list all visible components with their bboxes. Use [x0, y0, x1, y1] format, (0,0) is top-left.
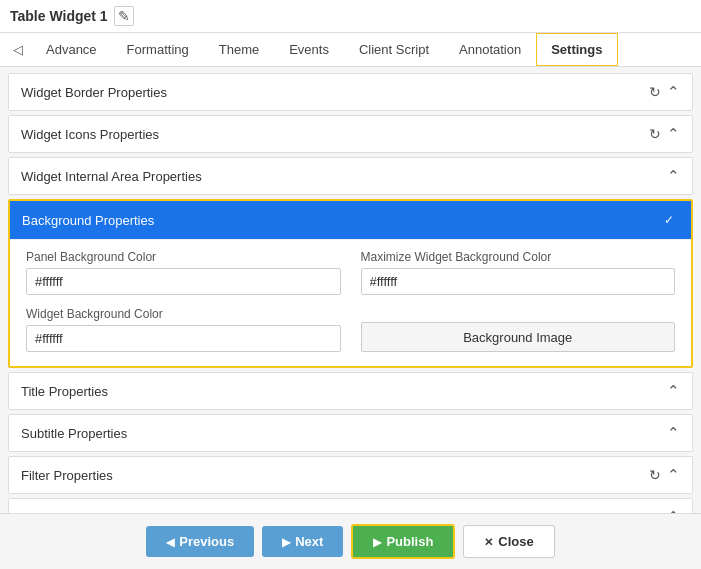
title-bar: Table Widget 1 ✎	[0, 0, 701, 33]
section-dashboard-preview: Dashboard Preview Options	[8, 498, 693, 513]
arrow-right-icon	[282, 534, 290, 549]
close-label: Close	[498, 534, 533, 549]
section-widget-icons: Widget Icons Properties ↻	[8, 115, 693, 153]
tab-back-arrow[interactable]: ◁	[5, 34, 31, 65]
chevron-up-icon-filter-props[interactable]	[667, 466, 680, 484]
section-title-props: Title Properties	[8, 372, 693, 410]
max-widget-bg-label: Maximize Widget Background Color	[361, 250, 676, 264]
next-label: Next	[295, 534, 323, 549]
tab-formatting[interactable]: Formatting	[112, 33, 204, 66]
bg-row-2: Widget Background Color Background Image	[26, 307, 675, 352]
content-area: Widget Border Properties ↻ Widget Icons …	[0, 67, 701, 513]
close-button[interactable]: Close	[463, 525, 554, 558]
section-header-background[interactable]: Background Properties ✓	[10, 201, 691, 239]
bg-row-1: Panel Background Color Maximize Widget B…	[26, 250, 675, 295]
section-icons-title-props	[667, 382, 680, 400]
refresh-icon-filter-props[interactable]: ↻	[649, 467, 661, 483]
footer: Previous Next Publish Close	[0, 513, 701, 569]
section-title-widget-icons: Widget Icons Properties	[21, 127, 159, 142]
section-header-title-props[interactable]: Title Properties	[9, 373, 692, 409]
tab-settings[interactable]: Settings	[536, 33, 617, 66]
tab-advance[interactable]: Advance	[31, 33, 112, 66]
section-background: Background Properties ✓ Panel Background…	[8, 199, 693, 368]
section-title-subtitle-props: Subtitle Properties	[21, 426, 127, 441]
section-title-widget-internal: Widget Internal Area Properties	[21, 169, 202, 184]
play-icon	[373, 534, 381, 549]
tab-events[interactable]: Events	[274, 33, 344, 66]
arrow-left-icon	[166, 534, 174, 549]
main-window: Table Widget 1 ✎ ◁ Advance Formatting Th…	[0, 0, 701, 569]
chevron-up-icon-widget-internal[interactable]	[667, 167, 680, 185]
next-button[interactable]: Next	[262, 526, 343, 557]
window-title: Table Widget 1	[10, 8, 108, 24]
section-header-widget-icons[interactable]: Widget Icons Properties ↻	[9, 116, 692, 152]
tab-bar: ◁ Advance Formatting Theme Events Client…	[0, 33, 701, 67]
publish-button[interactable]: Publish	[351, 524, 455, 559]
widget-bg-input[interactable]	[26, 325, 341, 352]
section-icons-background: ✓	[659, 210, 679, 230]
widget-bg-group: Widget Background Color	[26, 307, 341, 352]
section-header-filter-props[interactable]: Filter Properties ↻	[9, 457, 692, 493]
section-title-widget-border: Widget Border Properties	[21, 85, 167, 100]
chevron-up-icon-widget-border[interactable]	[667, 83, 680, 101]
section-title-title-props: Title Properties	[21, 384, 108, 399]
section-icons-widget-icons: ↻	[649, 125, 680, 143]
section-header-widget-internal[interactable]: Widget Internal Area Properties	[9, 158, 692, 194]
edit-icon[interactable]: ✎	[114, 6, 134, 26]
section-icons-subtitle-props	[667, 424, 680, 442]
widget-bg-label: Widget Background Color	[26, 307, 341, 321]
section-widget-internal: Widget Internal Area Properties	[8, 157, 693, 195]
panel-bg-group: Panel Background Color	[26, 250, 341, 295]
chevron-up-icon-widget-icons[interactable]	[667, 125, 680, 143]
previous-button[interactable]: Previous	[146, 526, 254, 557]
section-subtitle-props: Subtitle Properties	[8, 414, 693, 452]
tab-theme[interactable]: Theme	[204, 33, 274, 66]
chevron-up-icon-subtitle-props[interactable]	[667, 424, 680, 442]
chevron-up-icon-title-props[interactable]	[667, 382, 680, 400]
close-icon	[484, 534, 493, 549]
section-title-background: Background Properties	[22, 213, 154, 228]
section-filter-props: Filter Properties ↻	[8, 456, 693, 494]
panel-bg-input[interactable]	[26, 268, 341, 295]
section-title-filter-props: Filter Properties	[21, 468, 113, 483]
publish-label: Publish	[386, 534, 433, 549]
bg-image-group: Background Image	[361, 322, 676, 352]
refresh-icon-widget-icons[interactable]: ↻	[649, 126, 661, 142]
section-header-widget-border[interactable]: Widget Border Properties ↻	[9, 74, 692, 110]
section-widget-border: Widget Border Properties ↻	[8, 73, 693, 111]
section-icons-widget-internal	[667, 167, 680, 185]
tab-client-script[interactable]: Client Script	[344, 33, 444, 66]
tab-annotation[interactable]: Annotation	[444, 33, 536, 66]
max-widget-bg-group: Maximize Widget Background Color	[361, 250, 676, 295]
panel-bg-label: Panel Background Color	[26, 250, 341, 264]
background-image-button[interactable]: Background Image	[361, 322, 676, 352]
check-icon-background: ✓	[659, 210, 679, 230]
section-header-subtitle-props[interactable]: Subtitle Properties	[9, 415, 692, 451]
section-header-dashboard-preview[interactable]: Dashboard Preview Options	[9, 499, 692, 513]
background-properties-body: Panel Background Color Maximize Widget B…	[10, 239, 691, 366]
section-icons-filter-props: ↻	[649, 466, 680, 484]
refresh-icon-widget-border[interactable]: ↻	[649, 84, 661, 100]
max-widget-bg-input[interactable]	[361, 268, 676, 295]
previous-label: Previous	[179, 534, 234, 549]
section-icons-widget-border: ↻	[649, 83, 680, 101]
